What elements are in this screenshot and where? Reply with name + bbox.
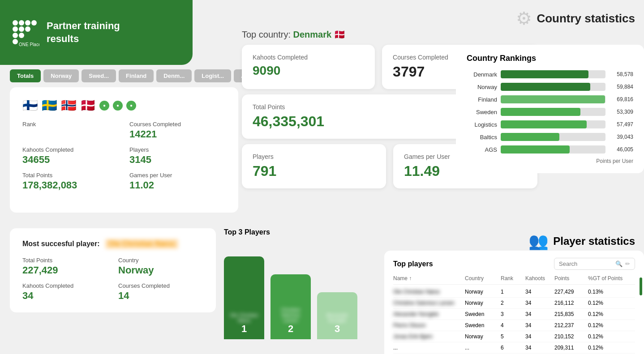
player-1-rank: 1 <box>241 323 247 335</box>
cell-pct: 0.12% <box>588 333 624 340</box>
cell-pct: 0.12% <box>588 300 624 306</box>
ranking-bar-bg <box>501 133 605 141</box>
flag-sweden: 🇸🇪 <box>42 98 57 113</box>
ranking-value: 69,816 <box>609 96 633 102</box>
ranking-value: 39,043 <box>609 134 633 140</box>
cell-kahoots: 34 <box>525 300 554 306</box>
cell-points: 215,835 <box>554 311 588 317</box>
ranking-value: 53,309 <box>609 109 633 115</box>
cell-pct: 0.12% <box>588 311 624 317</box>
cell-kahoots: 34 <box>525 333 554 340</box>
cell-rank: 1 <box>501 289 525 295</box>
ms-points-label: Total Points <box>22 257 107 264</box>
ranking-bar <box>501 95 605 103</box>
ranking-row: Denmark 58,578 <box>467 70 633 78</box>
table-row[interactable]: Ole Christian Næss Norway 1 34 227,429 0… <box>393 286 635 298</box>
tab-sweden[interactable]: Swed... <box>82 69 116 82</box>
players-stat: Players 3145 <box>129 146 226 166</box>
courses-value: 14221 <box>129 128 226 140</box>
player-2-wrap: ChristineSaloniusLarsen 2 <box>270 274 311 339</box>
ranking-value: 58,578 <box>609 71 633 77</box>
player-stat-title: Player statistics <box>553 235 635 247</box>
ranking-bar-bg <box>501 120 605 128</box>
flag-norway: 🇳🇴 <box>61 98 77 113</box>
ms-courses-value: 14 <box>118 290 203 302</box>
header-title: Partner training results <box>47 20 120 45</box>
tab-denmark[interactable]: Denm... <box>156 69 192 82</box>
cell-country: ... <box>465 345 501 351</box>
rankings-rows: Denmark 58,578 Norway 59,884 Finland 69,… <box>467 70 633 154</box>
table-row[interactable]: Alexander Nongkle Sweden 3 34 215,835 0.… <box>393 309 635 320</box>
ms-country-value: Norway <box>118 264 203 276</box>
table-header: Name ↑ Country Rank Kahoots Points %GT o… <box>393 275 635 285</box>
col-points: Points <box>554 275 588 281</box>
ranking-bar <box>501 108 580 116</box>
player-2-bar: ChristineSaloniusLarsen 2 <box>270 274 311 339</box>
country-stat-header: ⚙ Country statistics <box>507 4 644 32</box>
ranking-row: Norway 59,884 <box>467 83 633 91</box>
ranking-bar <box>501 83 590 91</box>
cell-points: 212,237 <box>554 322 588 328</box>
players-card-label: Players <box>253 153 375 160</box>
table-row[interactable]: Pierre Olsson Sweden 4 34 212,237 0.12% <box>393 320 635 331</box>
most-successful-stats: Total Points 227,429 Country Norway Kaho… <box>22 257 203 302</box>
ranking-country: Sweden <box>467 109 497 115</box>
table-row[interactable]: Jonas Erik Bjørn Norway 5 34 210,152 0.1… <box>393 331 635 342</box>
kahoots-stat: Kahoots Completed 34655 <box>22 146 119 166</box>
cell-name: Ole Christian Næss <box>393 289 465 295</box>
most-successful-name: Ole Christian Næss <box>105 239 179 249</box>
table-row[interactable]: ... ... 6 34 209,311 0.12% <box>393 342 635 354</box>
col-rank: Rank <box>501 275 525 281</box>
dot-green3: ● <box>126 101 136 111</box>
points-stat: Total Points 178,382,083 <box>22 172 119 191</box>
ms-courses-label: Courses Completed <box>118 282 203 289</box>
rankings-panel: Country Rankings Denmark 58,578 Norway 5… <box>456 45 644 173</box>
search-input[interactable] <box>559 260 613 267</box>
top3-panel: Top 3 Players Ole ChristianNæss 1 Christ… <box>224 228 376 339</box>
gpu-stat: Games per User 11.02 <box>129 172 226 191</box>
svg-point-8 <box>19 33 24 38</box>
players-card: Players 791 <box>242 144 386 188</box>
top3-title: Top 3 Players <box>224 228 376 236</box>
top-country-name: Denmark <box>293 30 332 39</box>
tab-totals[interactable]: Totals <box>10 69 41 82</box>
cell-extra <box>624 345 633 351</box>
cell-points: 216,112 <box>554 300 588 306</box>
cell-extra <box>624 333 633 340</box>
cell-extra <box>624 311 633 317</box>
kahoots-label: Kahoots Completed <box>22 146 119 153</box>
cell-name: Pierre Olsson <box>393 322 465 328</box>
ranking-bar-bg <box>501 108 605 116</box>
search-box[interactable]: 🔍 ✏ <box>554 258 635 270</box>
tab-norway[interactable]: Norway <box>43 69 79 82</box>
tab-finland[interactable]: Finland <box>119 69 154 82</box>
player-2-name: ChristineSaloniusLarsen <box>279 303 302 323</box>
player-1-name: Ole ChristianNæss <box>228 309 260 323</box>
cell-kahoots: 34 <box>525 311 554 317</box>
ms-kahoots-value: 34 <box>22 290 107 302</box>
gpu-value: 11.02 <box>129 179 226 191</box>
scrollbar[interactable] <box>640 277 642 295</box>
cell-rank: 6 <box>501 345 525 351</box>
ms-country-stat: Country Norway <box>118 257 203 276</box>
player-2-rank: 2 <box>288 323 293 335</box>
most-successful-panel: Most succesful player: Ole Christian Næs… <box>10 228 216 312</box>
courses-stat: Courses Completed 14221 <box>129 121 226 140</box>
cell-country: Norway <box>465 289 501 295</box>
ranking-row: Baltics 39,043 <box>467 133 633 141</box>
player-1-bar: Ole ChristianNæss 1 <box>224 256 264 339</box>
ranking-country: Logistics <box>467 121 497 128</box>
rank-stat: Rank <box>22 121 119 140</box>
cell-name: Alexander Nongkle <box>393 311 465 317</box>
logo: ONE Place 2022 <box>11 18 39 47</box>
players-label: Players <box>129 146 226 153</box>
ranking-row: Sweden 53,309 <box>467 108 633 116</box>
tab-logistics[interactable]: Logist... <box>194 69 231 82</box>
player-3-rank: 3 <box>335 323 340 335</box>
cell-pct: 0.12% <box>588 322 624 328</box>
ranking-bar <box>501 70 588 78</box>
player-stat-icon: 👥 <box>528 232 549 251</box>
table-row[interactable]: Christine Salonius Larsen Norway 2 34 21… <box>393 298 635 309</box>
player-3-wrap: AlexanderNongkle 3 <box>317 292 357 339</box>
courses-label: Courses Completed <box>129 121 226 128</box>
